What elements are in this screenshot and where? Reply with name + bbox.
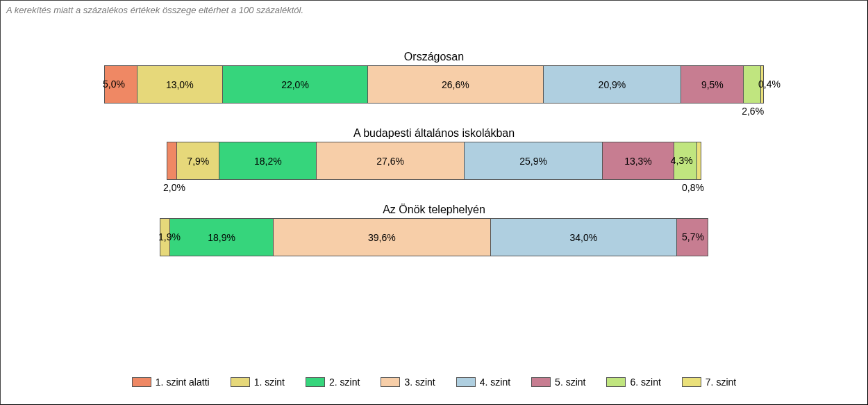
segment-value: 4,3% bbox=[671, 155, 693, 166]
segment-value: 26,6% bbox=[442, 79, 469, 90]
bar-segment: 27,6% bbox=[317, 142, 465, 180]
segment-value: 22,0% bbox=[281, 79, 309, 90]
legend-label: 6. szint bbox=[630, 377, 660, 388]
legend-swatch bbox=[682, 377, 701, 387]
segment-value: 18,2% bbox=[254, 156, 282, 167]
legend-swatch bbox=[306, 377, 325, 387]
legend-swatch bbox=[531, 377, 551, 387]
segment-value: 20,9% bbox=[599, 79, 626, 90]
segment-value: 34,0% bbox=[569, 232, 597, 243]
legend-label: 5. szint bbox=[555, 377, 585, 388]
bar-group: Országosan13,0%22,0%26,6%20,9%9,5%5,0%2,… bbox=[1, 51, 867, 104]
segment-value: 18,9% bbox=[208, 232, 235, 243]
bar-segment: 39,6% bbox=[274, 218, 491, 256]
legend-item: 7. szint bbox=[682, 377, 736, 388]
legend-item: 2. szint bbox=[306, 377, 360, 388]
legend: 1. szint alatti1. szint2. szint3. szint4… bbox=[1, 377, 867, 388]
segment-value: 13,0% bbox=[166, 79, 194, 90]
segment-value: 13,3% bbox=[624, 156, 652, 167]
legend-swatch bbox=[456, 377, 476, 387]
bar-title: Az Önök telephelyén bbox=[383, 204, 485, 216]
legend-item: 4. szint bbox=[456, 377, 510, 388]
bar-segment bbox=[167, 142, 177, 180]
legend-item: 6. szint bbox=[606, 377, 660, 388]
legend-label: 2. szint bbox=[329, 377, 360, 388]
legend-swatch bbox=[231, 377, 250, 387]
bar-segment: 25,9% bbox=[465, 142, 603, 180]
segment-value: 9,5% bbox=[701, 79, 724, 90]
bar-wrap: 7,9%18,2%27,6%25,9%13,3%2,0%4,3%0,8% bbox=[104, 142, 764, 180]
segment-value: 7,9% bbox=[187, 156, 209, 167]
segment-value: 25,9% bbox=[519, 156, 547, 167]
bars-area: Országosan13,0%22,0%26,6%20,9%9,5%5,0%2,… bbox=[1, 51, 867, 280]
segment-value: 1,9% bbox=[158, 231, 181, 242]
bar-segment: 18,2% bbox=[219, 142, 317, 180]
legend-label: 4. szint bbox=[480, 377, 510, 388]
legend-item: 5. szint bbox=[531, 377, 585, 388]
footnote: A kerekítés miatt a százalékos értékek ö… bbox=[6, 5, 303, 15]
segment-value: 27,6% bbox=[376, 156, 404, 167]
segment-value: 2,0% bbox=[163, 182, 185, 193]
segment-value: 0,4% bbox=[758, 78, 781, 90]
bar-segment: 22,0% bbox=[223, 65, 368, 104]
bar-group: Az Önök telephelyén18,9%39,6%34,0%1,9%5,… bbox=[1, 204, 867, 256]
bar-segment: 7,9% bbox=[177, 142, 219, 180]
bar-group: A budapesti általános iskolákban7,9%18,2… bbox=[1, 127, 867, 180]
legend-label: 1. szint alatti bbox=[156, 377, 210, 388]
legend-swatch bbox=[132, 377, 151, 387]
bar-segment: 20,9% bbox=[544, 65, 682, 104]
stacked-bar: 13,0%22,0%26,6%20,9%9,5% bbox=[104, 65, 764, 104]
legend-item: 1. szint bbox=[231, 377, 285, 388]
legend-swatch bbox=[381, 377, 400, 387]
bar-wrap: 18,9%39,6%34,0%1,9%5,7% bbox=[104, 218, 764, 256]
stacked-bar: 7,9%18,2%27,6%25,9%13,3% bbox=[167, 142, 701, 180]
segment-value: 39,6% bbox=[368, 232, 396, 243]
bar-segment: 9,5% bbox=[681, 65, 744, 104]
bar-segment: 26,6% bbox=[368, 65, 544, 104]
bar-title: A budapesti általános iskolákban bbox=[353, 127, 515, 140]
bar-segment: 13,3% bbox=[603, 142, 674, 180]
legend-item: 3. szint bbox=[381, 377, 435, 388]
legend-label: 3. szint bbox=[404, 377, 435, 388]
bar-wrap: 13,0%22,0%26,6%20,9%9,5%5,0%2,6%0,4% bbox=[104, 65, 764, 104]
segment-value: 5,7% bbox=[682, 231, 704, 242]
stacked-bar: 18,9%39,6%34,0% bbox=[160, 218, 708, 256]
bar-segment: 34,0% bbox=[491, 218, 677, 256]
bar-title: Országosan bbox=[404, 51, 464, 63]
legend-label: 7. szint bbox=[706, 377, 736, 388]
legend-item: 1. szint alatti bbox=[132, 377, 210, 388]
segment-value: 2,6% bbox=[742, 106, 764, 117]
legend-label: 1. szint bbox=[254, 377, 285, 388]
bar-segment: 18,9% bbox=[170, 218, 274, 256]
segment-value: 0,8% bbox=[682, 182, 704, 193]
segment-value: 5,0% bbox=[103, 78, 125, 90]
legend-swatch bbox=[606, 377, 626, 387]
bar-segment: 13,0% bbox=[137, 65, 224, 104]
bar-segment bbox=[697, 142, 701, 180]
chart-frame: A kerekítés miatt a százalékos értékek ö… bbox=[0, 0, 868, 405]
